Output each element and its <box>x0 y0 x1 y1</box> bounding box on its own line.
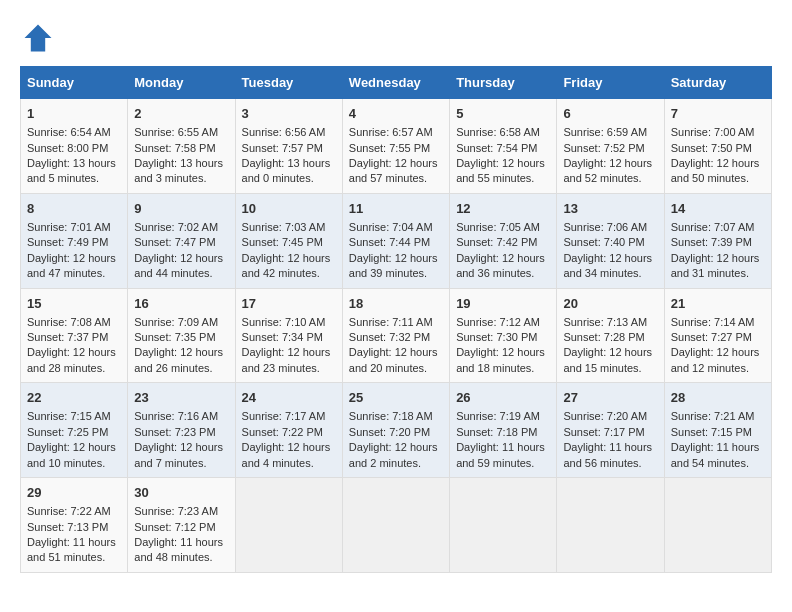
sunrise-text: Sunrise: 7:01 AM <box>27 221 111 233</box>
day-number: 3 <box>242 105 336 123</box>
sunset-text: Sunset: 7:28 PM <box>563 331 644 343</box>
day-number: 6 <box>563 105 657 123</box>
day-number: 17 <box>242 295 336 313</box>
header-friday: Friday <box>557 67 664 99</box>
day-number: 11 <box>349 200 443 218</box>
day-number: 4 <box>349 105 443 123</box>
calendar-table: SundayMondayTuesdayWednesdayThursdayFrid… <box>20 66 772 573</box>
sunset-text: Sunset: 7:54 PM <box>456 142 537 154</box>
sunset-text: Sunset: 7:39 PM <box>671 236 752 248</box>
sunrise-text: Sunrise: 7:22 AM <box>27 505 111 517</box>
day-number: 8 <box>27 200 121 218</box>
calendar-cell <box>557 478 664 573</box>
daylight-text: Daylight: 11 hours and 59 minutes. <box>456 441 545 468</box>
calendar-cell: 11 Sunrise: 7:04 AM Sunset: 7:44 PM Dayl… <box>342 193 449 288</box>
sunrise-text: Sunrise: 6:55 AM <box>134 126 218 138</box>
daylight-text: Daylight: 12 hours and 23 minutes. <box>242 346 331 373</box>
sunset-text: Sunset: 7:23 PM <box>134 426 215 438</box>
sunset-text: Sunset: 7:27 PM <box>671 331 752 343</box>
day-number: 12 <box>456 200 550 218</box>
sunset-text: Sunset: 7:42 PM <box>456 236 537 248</box>
week-row-2: 8 Sunrise: 7:01 AM Sunset: 7:49 PM Dayli… <box>21 193 772 288</box>
day-number: 16 <box>134 295 228 313</box>
sunrise-text: Sunrise: 6:57 AM <box>349 126 433 138</box>
calendar-cell: 7 Sunrise: 7:00 AM Sunset: 7:50 PM Dayli… <box>664 99 771 194</box>
sunset-text: Sunset: 7:44 PM <box>349 236 430 248</box>
sunset-text: Sunset: 7:13 PM <box>27 521 108 533</box>
sunrise-text: Sunrise: 7:12 AM <box>456 316 540 328</box>
sunrise-text: Sunrise: 7:18 AM <box>349 410 433 422</box>
calendar-cell: 6 Sunrise: 6:59 AM Sunset: 7:52 PM Dayli… <box>557 99 664 194</box>
day-number: 22 <box>27 389 121 407</box>
daylight-text: Daylight: 12 hours and 7 minutes. <box>134 441 223 468</box>
header-thursday: Thursday <box>450 67 557 99</box>
daylight-text: Daylight: 12 hours and 55 minutes. <box>456 157 545 184</box>
sunset-text: Sunset: 7:40 PM <box>563 236 644 248</box>
header-monday: Monday <box>128 67 235 99</box>
daylight-text: Daylight: 12 hours and 57 minutes. <box>349 157 438 184</box>
week-row-1: 1 Sunrise: 6:54 AM Sunset: 8:00 PM Dayli… <box>21 99 772 194</box>
day-number: 15 <box>27 295 121 313</box>
calendar-cell: 20 Sunrise: 7:13 AM Sunset: 7:28 PM Dayl… <box>557 288 664 383</box>
day-number: 21 <box>671 295 765 313</box>
sunrise-text: Sunrise: 7:13 AM <box>563 316 647 328</box>
sunset-text: Sunset: 7:17 PM <box>563 426 644 438</box>
calendar-cell: 14 Sunrise: 7:07 AM Sunset: 7:39 PM Dayl… <box>664 193 771 288</box>
sunrise-text: Sunrise: 7:04 AM <box>349 221 433 233</box>
sunrise-text: Sunrise: 6:54 AM <box>27 126 111 138</box>
sunset-text: Sunset: 7:25 PM <box>27 426 108 438</box>
sunset-text: Sunset: 7:30 PM <box>456 331 537 343</box>
calendar-cell: 8 Sunrise: 7:01 AM Sunset: 7:49 PM Dayli… <box>21 193 128 288</box>
calendar-cell: 28 Sunrise: 7:21 AM Sunset: 7:15 PM Dayl… <box>664 383 771 478</box>
daylight-text: Daylight: 12 hours and 47 minutes. <box>27 252 116 279</box>
svg-marker-0 <box>25 25 52 52</box>
daylight-text: Daylight: 12 hours and 50 minutes. <box>671 157 760 184</box>
day-number: 14 <box>671 200 765 218</box>
header-sunday: Sunday <box>21 67 128 99</box>
daylight-text: Daylight: 12 hours and 34 minutes. <box>563 252 652 279</box>
sunset-text: Sunset: 7:45 PM <box>242 236 323 248</box>
sunrise-text: Sunrise: 7:11 AM <box>349 316 433 328</box>
sunrise-text: Sunrise: 7:19 AM <box>456 410 540 422</box>
sunset-text: Sunset: 7:52 PM <box>563 142 644 154</box>
week-row-4: 22 Sunrise: 7:15 AM Sunset: 7:25 PM Dayl… <box>21 383 772 478</box>
sunset-text: Sunset: 7:18 PM <box>456 426 537 438</box>
day-number: 28 <box>671 389 765 407</box>
daylight-text: Daylight: 12 hours and 4 minutes. <box>242 441 331 468</box>
sunset-text: Sunset: 7:32 PM <box>349 331 430 343</box>
daylight-text: Daylight: 12 hours and 20 minutes. <box>349 346 438 373</box>
sunrise-text: Sunrise: 7:20 AM <box>563 410 647 422</box>
sunset-text: Sunset: 7:55 PM <box>349 142 430 154</box>
calendar-cell: 18 Sunrise: 7:11 AM Sunset: 7:32 PM Dayl… <box>342 288 449 383</box>
daylight-text: Daylight: 12 hours and 52 minutes. <box>563 157 652 184</box>
calendar-cell <box>664 478 771 573</box>
calendar-cell: 16 Sunrise: 7:09 AM Sunset: 7:35 PM Dayl… <box>128 288 235 383</box>
calendar-cell <box>235 478 342 573</box>
daylight-text: Daylight: 13 hours and 0 minutes. <box>242 157 331 184</box>
daylight-text: Daylight: 11 hours and 48 minutes. <box>134 536 223 563</box>
day-number: 5 <box>456 105 550 123</box>
calendar-cell: 24 Sunrise: 7:17 AM Sunset: 7:22 PM Dayl… <box>235 383 342 478</box>
calendar-cell: 1 Sunrise: 6:54 AM Sunset: 8:00 PM Dayli… <box>21 99 128 194</box>
calendar-cell: 30 Sunrise: 7:23 AM Sunset: 7:12 PM Dayl… <box>128 478 235 573</box>
sunrise-text: Sunrise: 7:16 AM <box>134 410 218 422</box>
day-number: 19 <box>456 295 550 313</box>
header-saturday: Saturday <box>664 67 771 99</box>
sunset-text: Sunset: 7:47 PM <box>134 236 215 248</box>
day-number: 30 <box>134 484 228 502</box>
day-number: 27 <box>563 389 657 407</box>
calendar-cell: 3 Sunrise: 6:56 AM Sunset: 7:57 PM Dayli… <box>235 99 342 194</box>
day-number: 18 <box>349 295 443 313</box>
sunset-text: Sunset: 7:22 PM <box>242 426 323 438</box>
day-number: 24 <box>242 389 336 407</box>
daylight-text: Daylight: 12 hours and 12 minutes. <box>671 346 760 373</box>
header-tuesday: Tuesday <box>235 67 342 99</box>
page-header <box>20 20 772 56</box>
daylight-text: Daylight: 11 hours and 56 minutes. <box>563 441 652 468</box>
day-number: 29 <box>27 484 121 502</box>
logo-icon <box>20 20 56 56</box>
daylight-text: Daylight: 12 hours and 44 minutes. <box>134 252 223 279</box>
sunrise-text: Sunrise: 7:09 AM <box>134 316 218 328</box>
calendar-cell: 15 Sunrise: 7:08 AM Sunset: 7:37 PM Dayl… <box>21 288 128 383</box>
daylight-text: Daylight: 12 hours and 31 minutes. <box>671 252 760 279</box>
